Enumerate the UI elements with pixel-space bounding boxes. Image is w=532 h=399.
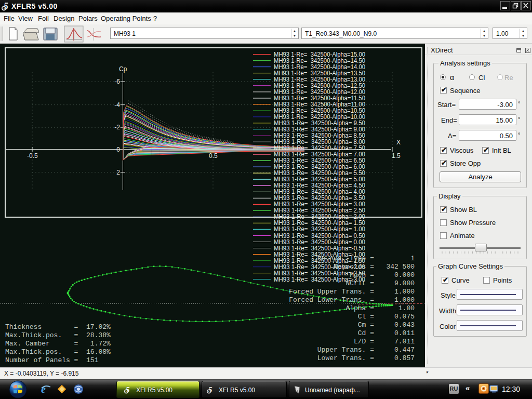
svg-text:Max.Thick.pos. = 28.38%: Max.Thick.pos. = 28.38%: [5, 331, 111, 339]
svg-text:Number of Panels = 151: Number of Panels = 151: [5, 356, 99, 364]
svg-text:Cp: Cp: [119, 65, 127, 73]
svg-text:1.000: 1.000: [394, 288, 415, 296]
svg-text:0.5: 0.5: [209, 152, 218, 159]
svg-text:Alpha =: Alpha =: [345, 304, 374, 312]
svg-text:Max.Thick.pos. = 16.08%: Max.Thick.pos. = 16.08%: [5, 348, 111, 356]
svg-text:Reynolds =: Reynolds =: [334, 263, 374, 271]
svg-text:-4: -4: [114, 101, 120, 109]
svg-text:0.075: 0.075: [394, 313, 415, 321]
svg-text:342 500: 342 500: [386, 263, 415, 271]
svg-text:Cl =: Cl =: [358, 313, 374, 321]
svg-text:0.857: 0.857: [394, 354, 415, 362]
svg-text:Lower Trans. =: Lower Trans. =: [317, 354, 374, 362]
svg-text:1: 1: [410, 255, 415, 262]
svg-text:0.011: 0.011: [394, 329, 415, 337]
svg-text:L/D =: L/D =: [354, 338, 374, 345]
svg-text:Max. Camber = 1.72%: Max. Camber = 1.72%: [5, 340, 111, 348]
svg-text:0.000: 0.000: [394, 271, 415, 279]
svg-text:1.5: 1.5: [392, 152, 401, 159]
svg-text:2: 2: [116, 169, 120, 176]
svg-text:Upper Trans. =: Upper Trans. =: [317, 346, 374, 354]
svg-text:0: 0: [116, 146, 120, 153]
svg-text:e: e: [41, 383, 46, 395]
svg-text:X: X: [396, 139, 401, 146]
svg-text:Thickness = 17.02%: Thickness = 17.02%: [5, 323, 111, 331]
svg-text:0.447: 0.447: [394, 346, 415, 354]
svg-text:Cd =: Cd =: [358, 329, 374, 337]
svg-text:7.011: 7.011: [394, 338, 415, 345]
svg-text:-2: -2: [114, 124, 120, 131]
svg-text:0.043: 0.043: [394, 321, 415, 329]
svg-text:Forced Upper Trans. =: Forced Upper Trans. =: [289, 288, 374, 296]
svg-text:Re.Aoa.-Type =: Re.Aoa.-Type =: [317, 255, 374, 262]
svg-text:-6: -6: [114, 78, 120, 85]
svg-text:Mach =: Mach =: [350, 271, 374, 279]
svg-text:-0.5: -0.5: [27, 152, 38, 159]
svg-text:NCrit =: NCrit =: [345, 280, 374, 287]
svg-text:1.000: 1.000: [394, 296, 415, 304]
svg-text:Cm =: Cm =: [358, 321, 374, 329]
svg-text:1.00: 1.00: [398, 304, 415, 312]
svg-text:9.000: 9.000: [394, 280, 415, 287]
svg-text:Forced Lower Trans. =: Forced Lower Trans. =: [289, 296, 374, 304]
